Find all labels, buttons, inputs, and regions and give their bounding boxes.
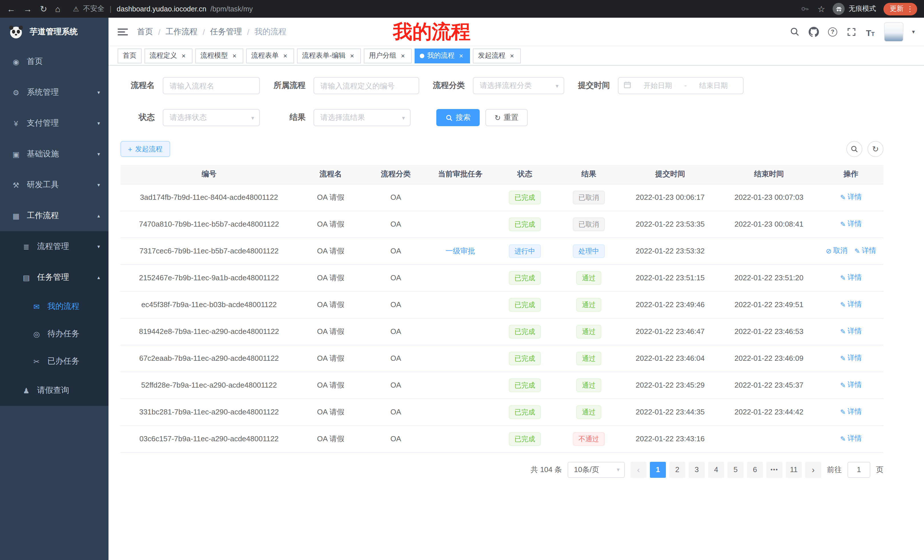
close-icon[interactable]: × [508,52,516,59]
cell-result: 已取消 [557,184,621,211]
detail-link[interactable]: ✎详情 [840,273,862,283]
sidebar-item-task-management[interactable]: ▤ 任务管理 ▴ [0,262,108,293]
task-link[interactable]: 一级审批 [446,246,475,255]
security-warning-icon[interactable]: ⚠ [73,5,79,13]
page-button-1[interactable]: 1 [650,461,666,478]
sidebar-item-system[interactable]: ⚙ 系统管理 ▾ [0,77,108,108]
filter-submit-time: 提交时间 开始日期 - 结束日期 [576,77,744,94]
sidebar-item-done-tasks[interactable]: ✂ 已办任务 [0,347,108,375]
address-bar[interactable]: ⚠ 不安全 | dashboard.yudao.iocoder.cn/bpm/t… [73,4,792,14]
annotation-overlay: 我的流程 [393,18,471,45]
page-button-2[interactable]: 2 [669,461,685,478]
detail-link[interactable]: ✎详情 [840,300,862,309]
reset-button[interactable]: ↻ 重置 [485,109,528,126]
toggle-search-button[interactable] [846,141,862,157]
date-range-picker[interactable]: 开始日期 - 结束日期 [618,77,744,94]
refresh-table-button[interactable]: ↻ [867,141,884,157]
cell-actions: ✎详情 [818,398,884,425]
cell-submit-time: 2022-01-22 23:45:29 [621,371,720,398]
sidebar-item-payment[interactable]: ¥ 支付管理 ▾ [0,108,108,139]
forward-icon[interactable]: → [23,4,32,13]
sidebar-item-infrastructure[interactable]: ▣ 基础设施 ▾ [0,139,108,169]
process-category-select[interactable]: 请选择流程分类 ▾ [473,77,564,94]
detail-link[interactable]: ✎详情 [840,407,862,417]
cell-actions: ✎详情 [818,184,884,211]
sidebar-item-home[interactable]: ◉ 首页 [0,46,108,77]
password-key-icon[interactable] [800,4,810,14]
result-select[interactable]: 请选择流结果 ▾ [314,109,411,126]
page-button-5[interactable]: 5 [728,461,744,478]
detail-link[interactable]: ✎详情 [840,353,862,363]
search-icon[interactable] [790,27,800,37]
goto-page-input[interactable] [848,461,870,478]
breadcrumb-item[interactable]: 工作流程 [166,27,198,37]
fullscreen-icon[interactable] [846,27,856,37]
start-process-button[interactable]: + 发起流程 [120,141,170,157]
sidebar-item-devtools[interactable]: ⚒ 研发工具 ▾ [0,169,108,201]
tab-process-definition[interactable]: 流程定义 × [144,48,192,63]
process-name-input[interactable] [163,77,260,94]
browser-home-icon[interactable]: ⌂ [55,4,60,13]
search-button[interactable]: 搜索 [436,109,480,126]
hamburger-icon[interactable] [118,28,128,35]
detail-link[interactable]: ✎详情 [854,246,876,256]
person-icon: ♟ [22,386,31,395]
browser-menu-icon[interactable]: ⋮ [906,4,914,13]
page-button-6[interactable]: 6 [747,461,763,478]
close-icon[interactable]: × [458,52,465,59]
prev-page-button[interactable]: ‹ [630,461,646,478]
detail-link[interactable]: ✎详情 [840,192,862,202]
avatar[interactable] [884,22,903,41]
next-page-button[interactable]: › [805,461,821,478]
font-size-icon[interactable]: TT [865,27,876,37]
cancel-link[interactable]: ⊘取消 [826,246,848,256]
sidebar-item-leave-query[interactable]: ♟ 请假查询 [0,375,108,406]
sidebar-item-todo-tasks[interactable]: ◎ 待办任务 [0,320,108,347]
app-logo[interactable]: 芋道管理系统 [0,18,108,46]
chevron-down-icon: ▾ [98,244,100,250]
result-badge: 通过 [576,378,602,392]
tab-my-process[interactable]: 我的流程 × [415,48,470,63]
bookmark-star-icon[interactable]: ☆ [818,4,825,14]
tab-process-form[interactable]: 流程表单 × [246,48,294,63]
github-icon[interactable] [808,27,819,37]
breadcrumb-item[interactable]: 任务管理 [210,27,242,37]
breadcrumb-item[interactable]: 首页 [137,27,153,37]
close-icon[interactable]: × [180,52,188,59]
status-select[interactable]: 请选择状态 ▾ [163,109,260,126]
page-button-11[interactable]: 11 [786,461,802,478]
chevron-down-icon[interactable]: ▾ [912,28,915,35]
detail-link[interactable]: ✎详情 [840,326,862,336]
result-badge: 通过 [576,298,602,311]
address-divider: | [110,4,112,13]
reload-icon[interactable]: ↻ [40,4,47,13]
tab-start-process[interactable]: 发起流程 × [473,48,521,63]
tab-process-form-edit[interactable]: 流程表单-编辑 × [297,48,361,63]
page-button-3[interactable]: 3 [689,461,705,478]
sidebar-item-process-management[interactable]: ≣ 流程管理 ▾ [0,231,108,262]
help-icon[interactable]: ? [828,27,838,37]
close-icon[interactable]: × [399,52,406,59]
tab-home[interactable]: 首页 [118,48,142,63]
detail-link[interactable]: ✎详情 [840,380,862,390]
page-size-select[interactable]: 10条/页 ▾ [568,461,625,478]
sidebar-item-my-process[interactable]: ✉ 我的流程 [0,293,108,320]
more-pages-button[interactable]: ••• [766,461,782,478]
cell-status: 已完成 [493,398,557,425]
page-button-4[interactable]: 4 [708,461,724,478]
close-icon[interactable]: × [348,52,356,59]
goto-label: 前往 [827,464,842,475]
sidebar-item-workflow[interactable]: ▦ 工作流程 ▴ [0,201,108,231]
back-icon[interactable]: ← [7,4,15,13]
close-icon[interactable]: × [231,52,238,59]
close-icon[interactable]: × [282,52,289,59]
tab-user-group[interactable]: 用户分组 × [364,48,412,63]
chevron-down-icon: ▾ [617,466,620,473]
tab-label: 用户分组 [369,51,396,60]
detail-link[interactable]: ✎详情 [840,434,862,443]
detail-link[interactable]: ✎详情 [840,219,862,229]
tab-process-model[interactable]: 流程模型 × [195,48,243,63]
browser-update-button[interactable]: 更新 ⋮ [884,3,917,15]
process-definition-input[interactable] [314,77,419,94]
table-row: 2152467e-7b9b-11ec-9a1b-acde48001122 OA … [120,264,884,291]
